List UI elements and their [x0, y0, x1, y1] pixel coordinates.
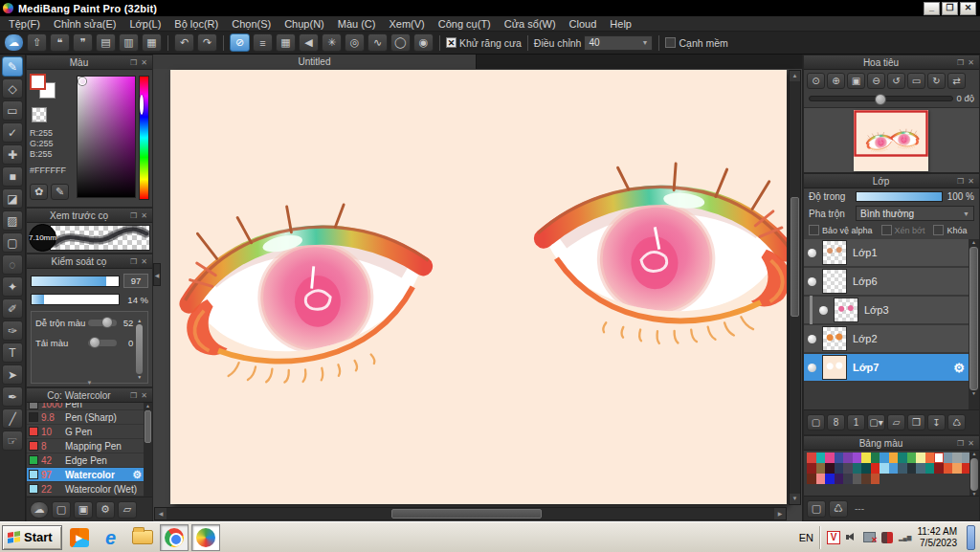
palette-swatch[interactable]: [835, 453, 844, 463]
palette-swatch[interactable]: [853, 463, 862, 474]
brush-size-slider[interactable]: [31, 276, 120, 287]
load-color-knob[interactable]: [89, 337, 100, 348]
duplicate-layer-button[interactable]: ❐: [907, 414, 925, 431]
palette-swatch[interactable]: [853, 474, 862, 484]
palette-swatch[interactable]: [825, 463, 835, 474]
palette-swatch[interactable]: [825, 453, 835, 463]
close-icon[interactable]: ✕: [966, 177, 976, 186]
palette-swatch[interactable]: [925, 453, 935, 463]
brush-scroll-thumb[interactable]: [145, 410, 151, 443]
layer-visible-toggle[interactable]: [808, 335, 816, 343]
menu-item-4[interactable]: Chọn(S): [225, 18, 278, 30]
horizontal-scroll-thumb[interactable]: [391, 509, 542, 519]
menu-item-8[interactable]: Công cụ(T): [432, 18, 498, 30]
file-explorer-button[interactable]: [128, 524, 157, 551]
palette-swatch[interactable]: [843, 474, 853, 484]
brush-item[interactable]: 22Watercolor (Wet): [27, 482, 144, 497]
palette-swatch[interactable]: [934, 453, 944, 463]
new-1bit-layer-button[interactable]: 1: [847, 414, 865, 431]
palette-swatch[interactable]: [952, 463, 962, 474]
panel-scroll-down-icon[interactable]: ▼: [27, 380, 152, 386]
brush-item[interactable]: 1000Pen: [27, 403, 144, 410]
scroll-up-icon[interactable]: ▲: [790, 71, 800, 81]
layer-row[interactable]: Lớp2: [804, 325, 969, 354]
palette-swatch[interactable]: [934, 463, 944, 474]
params-scroll-thumb[interactable]: [136, 324, 143, 374]
alpha-lock-checkbox[interactable]: [809, 225, 819, 235]
hue-slider[interactable]: [139, 76, 149, 200]
vertical-scroll-thumb[interactable]: [791, 197, 799, 317]
close-icon[interactable]: ✕: [139, 257, 149, 266]
foreground-color-swatch[interactable]: [30, 74, 46, 90]
language-indicator[interactable]: EN: [799, 532, 813, 543]
brush-item[interactable]: 10G Pen: [27, 425, 144, 439]
palette-swatch[interactable]: [889, 463, 899, 474]
menu-item-0[interactable]: Tệp(F): [2, 18, 47, 30]
palette-scrollbar[interactable]: ▲ ▼: [969, 451, 979, 496]
brush-item[interactable]: 8Mapping Pen: [27, 439, 144, 453]
menu-item-11[interactable]: Help: [603, 18, 638, 30]
text-tool-button[interactable]: T: [2, 342, 23, 363]
horizontal-scrollbar[interactable]: ◀ ▶: [154, 507, 787, 520]
menu-item-1[interactable]: Chỉnh sửa(E): [47, 18, 122, 30]
brush-item[interactable]: 42Edge Pen: [27, 453, 144, 468]
rotation-knob[interactable]: [875, 94, 886, 105]
chrome-button[interactable]: [160, 524, 189, 551]
new-layer-button[interactable]: ▢: [807, 414, 825, 431]
hand-tool-button[interactable]: ☞: [2, 431, 23, 451]
menu-item-3[interactable]: Bộ lọc(R): [167, 18, 225, 30]
layer-row[interactable]: Lớp7⚙: [804, 354, 969, 383]
magic-wand-tool-button[interactable]: ✦: [2, 276, 23, 297]
brush-item[interactable]: 9.8Pen (Sharp): [27, 410, 144, 425]
soft-edge-checkbox[interactable]: [665, 37, 676, 48]
comment-button[interactable]: ❝: [50, 33, 70, 52]
palette-swatch[interactable]: [816, 463, 826, 474]
gradient-tool-button[interactable]: ▨: [2, 210, 23, 231]
grid-snap-button[interactable]: ▦: [276, 33, 296, 52]
curve-snap-button[interactable]: ∿: [368, 33, 388, 52]
signal-bars-icon[interactable]: ▂▄▆: [899, 534, 911, 541]
select-eraser-tool-button[interactable]: ✑: [2, 320, 23, 341]
rotate-ccw-button[interactable]: ↺: [887, 73, 905, 89]
palette-swatch[interactable]: [907, 453, 917, 463]
layer-visible-toggle[interactable]: [819, 306, 828, 315]
zoom-actual-button[interactable]: ⊙: [807, 73, 825, 89]
palette-swatch[interactable]: [880, 453, 889, 463]
palette-swatch[interactable]: [835, 474, 844, 484]
bucket-tool-button[interactable]: ◪: [2, 188, 23, 209]
palette-swatch[interactable]: [807, 453, 816, 463]
snap-off-button[interactable]: ⊘: [230, 33, 250, 52]
canvas-settings-button[interactable]: ▦: [142, 33, 162, 52]
scroll-down-icon[interactable]: ▼: [972, 491, 977, 497]
layer-row[interactable]: Lớp3: [804, 297, 969, 325]
menu-item-9[interactable]: Cửa sổ(W): [498, 18, 563, 30]
pen-check-tool-button[interactable]: ✓: [2, 122, 23, 143]
collapse-left-dock-button[interactable]: ◀: [153, 263, 161, 286]
add-color-button[interactable]: ▢: [807, 500, 826, 518]
select-tool-button[interactable]: ▢: [2, 232, 23, 253]
flip-horizontal-button[interactable]: ⇄: [947, 73, 966, 89]
popout-icon[interactable]: ❒: [128, 257, 139, 266]
popout-icon[interactable]: ❒: [128, 58, 139, 67]
gear-icon[interactable]: ⚙: [953, 361, 965, 375]
menu-item-2[interactable]: Lớp(L): [122, 18, 167, 30]
close-icon[interactable]: ✕: [139, 58, 149, 67]
clipping-checkbox[interactable]: [881, 225, 892, 235]
close-icon[interactable]: ✕: [139, 391, 149, 400]
new-layer-folder-button[interactable]: ▱: [887, 414, 905, 431]
palette-swatch[interactable]: [861, 463, 871, 474]
delete-layer-button[interactable]: ♺: [947, 414, 966, 431]
palette-swatch[interactable]: [835, 463, 844, 474]
palette-swatch[interactable]: [871, 453, 880, 463]
palette-swatch[interactable]: [843, 463, 853, 474]
merge-layer-button[interactable]: ↧: [927, 414, 946, 431]
operation-tool-button[interactable]: ➤: [2, 364, 23, 385]
brush-folder-button[interactable]: ▱: [118, 501, 137, 519]
layer-scroll-thumb[interactable]: [969, 247, 978, 390]
palette-swatch[interactable]: [871, 474, 880, 484]
vertical-scrollbar[interactable]: ▲ ▼: [789, 70, 801, 505]
palette-swatch[interactable]: [889, 453, 899, 463]
layer-row[interactable]: Lớp1: [804, 239, 969, 268]
transparent-color-swatch[interactable]: [32, 107, 47, 122]
tray-clock[interactable]: 11:42 AM 7/5/2023: [917, 526, 957, 549]
